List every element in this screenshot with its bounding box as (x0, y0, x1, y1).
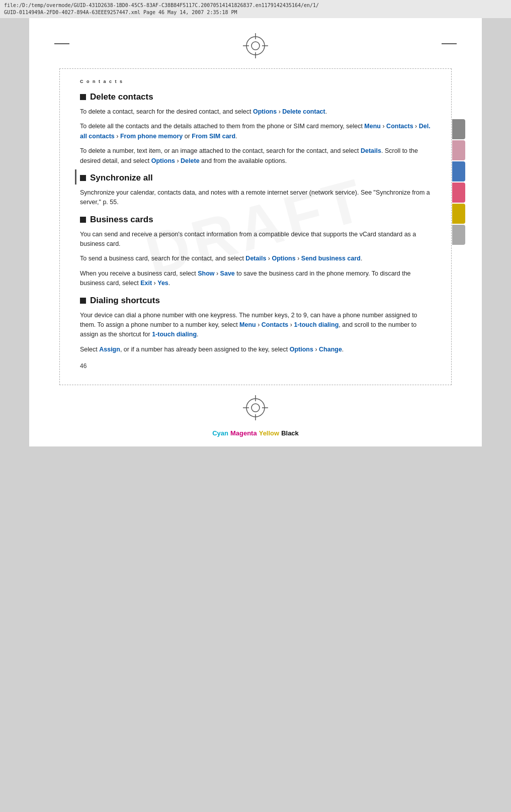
page-bottom-decoration (29, 385, 482, 425)
crosshair-top-icon (243, 33, 268, 58)
cmyk-bar: Cyan Magenta Yellow Black (29, 425, 482, 446)
heading-business-cards: Business cards (90, 215, 153, 225)
section-heading-delete: Delete contacts (80, 92, 431, 102)
heading-square-business (80, 217, 86, 223)
file-path-bar: file:/D:/temp/overmode/GUID-431D2638-1BD… (0, 0, 511, 18)
link-menu[interactable]: Menu (364, 123, 381, 130)
link-assign[interactable]: Assign (99, 346, 120, 353)
link-contacts[interactable]: Contacts (386, 123, 413, 130)
side-tab-2[interactable] (452, 140, 465, 160)
link-1-touch-dialing-2[interactable]: 1-touch dialing (152, 331, 197, 338)
link-from-sim-card[interactable]: From SIM card (192, 133, 235, 140)
link-contacts-dialing[interactable]: Contacts (262, 321, 288, 328)
file-path-line2: GUID-0114949A-2FD0-4027-894A-63EEE925744… (4, 10, 237, 15)
link-options-delete[interactable]: Options (253, 108, 277, 115)
svg-point-6 (246, 399, 265, 417)
cmyk-yellow-label: Yellow (259, 429, 279, 438)
heading-dialing-shortcuts: Dialing shortcuts (90, 296, 160, 306)
paragraph-dialing-2: Select Assign, or if a number has alread… (80, 345, 431, 354)
side-tab-3[interactable] (452, 161, 465, 182)
page-top-decoration (29, 18, 482, 68)
side-tabs (452, 119, 465, 245)
file-path-line1: file:/D:/temp/overmode/GUID-431D2638-1BD… (4, 3, 319, 8)
cmyk-cyan-label: Cyan (212, 429, 228, 438)
section-heading-sync: Synchronize all (80, 173, 431, 183)
paragraph-delete-2: To delete all the contacts and the detai… (80, 122, 431, 141)
svg-point-1 (251, 42, 260, 50)
page-wrapper: DRAFT C o n t a c t s Delete contacts To… (29, 18, 482, 446)
section-label: C o n t a c t s (80, 79, 431, 84)
svg-point-7 (251, 404, 260, 412)
heading-synchronize-all: Synchronize all (90, 173, 153, 183)
paragraph-business-1: You can send and receive a person's cont… (80, 230, 431, 249)
link-details-business[interactable]: Details (245, 255, 266, 262)
section-dialing-shortcuts: Dialing shortcuts Your device can dial a… (80, 296, 431, 355)
link-options-business[interactable]: Options (272, 255, 295, 262)
link-1-touch-dialing[interactable]: 1-touch dialing (294, 321, 338, 328)
cmyk-black-label: Black (281, 429, 299, 438)
content-inner: C o n t a c t s Delete contacts To delet… (80, 79, 431, 370)
link-menu-dialing[interactable]: Menu (239, 321, 256, 328)
section-heading-business: Business cards (80, 215, 431, 225)
cmyk-magenta-label: Magenta (230, 429, 257, 438)
link-save[interactable]: Save (220, 270, 235, 277)
link-details-delete[interactable]: Details (361, 147, 381, 154)
section-synchronize-all: Synchronize all Synchronize your calenda… (80, 173, 431, 208)
paragraph-sync-1: Synchronize your calendar, contacts data… (80, 188, 431, 208)
paragraph-delete-3: To delete a number, text item, or an ima… (80, 146, 431, 166)
right-bar-top (442, 43, 457, 44)
link-options-delete2[interactable]: Options (151, 157, 175, 164)
section-business-cards: Business cards You can send and receive … (80, 215, 431, 289)
paragraph-business-3: When you receive a business card, select… (80, 269, 431, 289)
section-heading-dialing: Dialing shortcuts (80, 296, 431, 306)
heading-square-dialing (80, 298, 86, 304)
link-show[interactable]: Show (198, 270, 214, 277)
left-accent-bar (75, 169, 76, 185)
side-tab-1[interactable] (452, 119, 465, 139)
svg-point-0 (246, 37, 265, 55)
link-delete-contact[interactable]: Delete contact (282, 108, 325, 115)
side-tab-4[interactable] (452, 183, 465, 203)
heading-square-sync (80, 175, 86, 181)
link-yes[interactable]: Yes (157, 280, 168, 287)
link-delete[interactable]: Delete (181, 157, 200, 164)
link-change[interactable]: Change (319, 346, 342, 353)
link-send-business-card[interactable]: Send business card (301, 255, 361, 262)
left-bar-top (54, 43, 69, 44)
crosshair-bottom-icon (243, 395, 268, 420)
side-tab-5[interactable] (452, 204, 465, 224)
page-number: 46 (80, 363, 431, 370)
heading-delete-contacts: Delete contacts (90, 92, 153, 102)
side-tab-6[interactable] (452, 225, 465, 245)
paragraph-dialing-1: Your device can dial a phone number with… (80, 311, 431, 340)
link-from-phone-memory[interactable]: From phone memory (120, 133, 183, 140)
section-delete-contacts: Delete contacts To delete a contact, sea… (80, 92, 431, 166)
heading-square-delete (80, 94, 86, 100)
paragraph-delete-1: To delete a contact, search for the desi… (80, 107, 431, 117)
link-options-change[interactable]: Options (290, 346, 313, 353)
link-exit[interactable]: Exit (140, 280, 152, 287)
paragraph-business-2: To send a business card, search for the … (80, 254, 431, 263)
content-area: DRAFT C o n t a c t s Delete contacts To… (59, 68, 452, 385)
